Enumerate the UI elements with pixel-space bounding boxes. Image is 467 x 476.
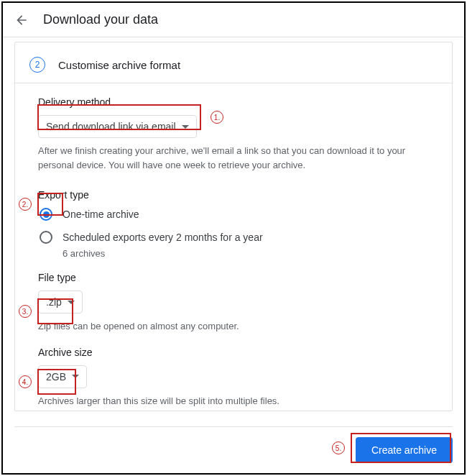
archive-size-dropdown[interactable]: 2GB xyxy=(38,365,87,388)
file-type-dropdown[interactable]: .zip xyxy=(38,290,83,313)
file-type-value: .zip xyxy=(46,296,62,308)
radio-scheduled-sub: 6 archives xyxy=(63,248,429,259)
create-archive-button[interactable]: Create archive xyxy=(356,437,453,463)
radio-onetime[interactable] xyxy=(40,208,52,221)
page-header: Download your data xyxy=(3,3,464,37)
export-option-onetime[interactable]: One-time archive xyxy=(40,208,429,221)
radio-scheduled-label: Scheduled exports every 2 months for a y… xyxy=(63,232,263,243)
caret-down-icon xyxy=(72,375,79,378)
file-type-label: File type xyxy=(38,272,429,283)
radio-onetime-label: One-time archive xyxy=(63,209,139,220)
export-type-label: Export type xyxy=(38,189,429,201)
export-option-scheduled[interactable]: Scheduled exports every 2 months for a y… xyxy=(40,231,429,244)
archive-size-label: Archive size xyxy=(38,347,429,358)
delivery-help-text: After we finish creating your archive, w… xyxy=(38,144,429,172)
archive-size-value: 2GB xyxy=(46,371,66,383)
archive-size-help: Archives larger than this size will be s… xyxy=(38,394,429,408)
step-number-badge: 2 xyxy=(29,57,45,73)
footer: Create archive xyxy=(14,426,453,463)
format-card: 2 Customise archive format Delivery meth… xyxy=(14,42,453,411)
back-arrow-icon[interactable] xyxy=(14,13,29,27)
file-type-help: Zip files can be opened on almost any co… xyxy=(38,319,429,334)
radio-scheduled[interactable] xyxy=(40,231,52,244)
step-title: Customise archive format xyxy=(58,59,180,71)
delivery-method-dropdown[interactable]: Send download link via email xyxy=(38,115,197,138)
step-header: 2 Customise archive format xyxy=(15,42,452,83)
page-title: Download your data xyxy=(43,12,158,27)
delivery-method-label: Delivery method xyxy=(38,96,429,108)
caret-down-icon xyxy=(68,301,75,304)
caret-down-icon xyxy=(182,125,189,129)
delivery-method-value: Send download link via email xyxy=(46,121,176,132)
